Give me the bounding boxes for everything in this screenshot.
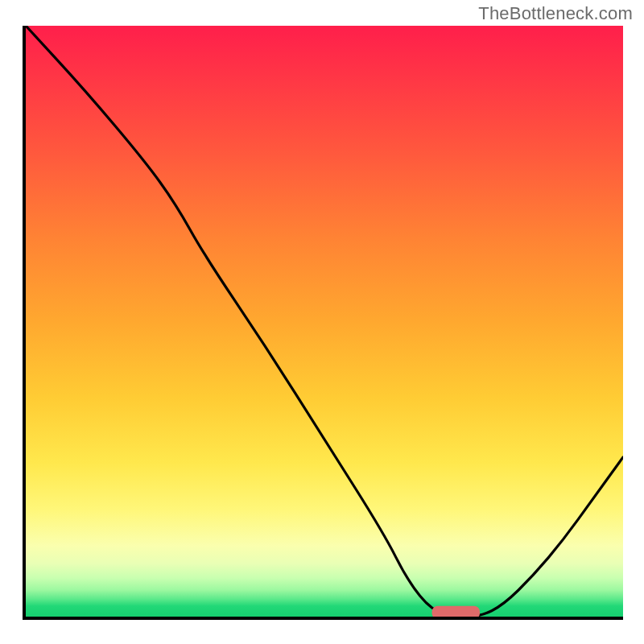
optimal-marker xyxy=(432,606,480,617)
watermark-text: TheBottleneck.com xyxy=(478,3,633,24)
curve-path xyxy=(26,26,623,617)
chart-container: TheBottleneck.com xyxy=(0,0,644,644)
chart-overlay xyxy=(26,26,623,617)
plot-area xyxy=(23,26,623,620)
